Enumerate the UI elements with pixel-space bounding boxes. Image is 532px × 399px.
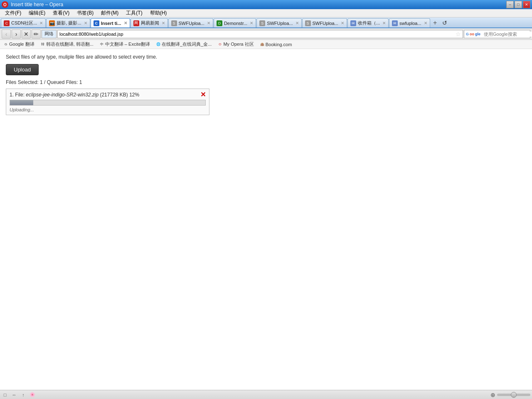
tab-close-swf2[interactable]: ✕ [296, 21, 299, 25]
menu-view[interactable]: 查看(V) [49, 9, 73, 17]
menu-edit[interactable]: 编辑(E) [25, 9, 49, 17]
address-bar: ☆ [57, 30, 463, 38]
tab-swf4[interactable]: ✉ swfuploa... ✕ [389, 18, 430, 27]
tab-label-inbox: 收件箱（... [358, 20, 380, 26]
upload-item-size: (217728 KB) [100, 92, 128, 98]
close-page-button[interactable]: ✕ [22, 30, 31, 39]
tab-label-csdn: CSDN社区... [11, 20, 37, 26]
forward-button[interactable]: › [12, 30, 21, 39]
tab-163[interactable]: 网 网易新闻 ✕ [131, 18, 168, 27]
bookmark-korean[interactable]: 韓 韩语在线翻译, 韩语翻... [39, 41, 95, 47]
progress-bar-fill [10, 100, 33, 105]
tab-label-swf4: swfuploa... [399, 21, 421, 26]
tab-label-swf2: SWFUploa... [267, 21, 293, 26]
tab-label-photo: 摄影, 摄影... [57, 20, 81, 26]
nav-bar: ‹ › ✕ ✏ 网络 ☆ G oo gle 🔍 [0, 28, 532, 40]
menu-bookmarks[interactable]: 书签(B) [74, 9, 97, 17]
tab-icon-swf3: S [305, 20, 311, 26]
upload-button[interactable]: Upload [6, 64, 39, 75]
bookmark-online-translate[interactable]: 🌐 在线翻译_在线词典_金... [154, 41, 213, 47]
tab-close-csdn[interactable]: ✕ [39, 21, 43, 25]
bookmark-icon-online: 🌐 [156, 42, 161, 47]
minimize-button[interactable]: – [506, 1, 514, 8]
menu-help[interactable]: 帮助(H) [147, 9, 170, 17]
back-button[interactable]: ‹ [2, 30, 11, 39]
title-bar-left: O Insert title here – Opera [2, 1, 63, 8]
bookmark-icon-opera: O [217, 42, 222, 47]
tab-swf1[interactable]: S SWFUploa... ✕ [168, 18, 213, 27]
address-label: 网络 [42, 30, 57, 38]
tab-swf2[interactable]: S SWFUploa... ✕ [256, 18, 301, 27]
search-input[interactable] [484, 32, 532, 37]
tab-inbox[interactable]: ✉ 收件箱（... ✕ [347, 18, 389, 27]
bookmark-icon-korean: 韓 [40, 42, 45, 47]
tab-label-insert: Insert ti... [101, 21, 121, 26]
menu-bar: 文件(F) 编辑(E) 查看(V) 书签(B) 邮件(M) 工具(T) 帮助(H… [0, 9, 532, 17]
tab-label-swf1: SWFUploa... [179, 21, 204, 26]
bookmark-chinese[interactable]: 中 中文翻译 – Excite翻译 [98, 41, 152, 47]
bookmark-label-chinese: 中文翻译 – Excite翻译 [105, 41, 150, 47]
bookmark-star-icon[interactable]: ☆ [456, 31, 461, 37]
tab-label-demo: Demonstr... [224, 21, 247, 26]
tab-close-swf3[interactable]: ✕ [341, 21, 344, 25]
menu-mail[interactable]: 邮件(M) [98, 9, 122, 17]
upload-item-filename: eclipse-jee-indigo-SR2-win32.zip [26, 92, 99, 98]
bookmark-label-google: Google 翻译 [9, 41, 34, 47]
uploading-text: Uploading... [10, 107, 206, 112]
window-controls[interactable]: – □ ✕ [506, 1, 530, 8]
tab-demo[interactable]: D Demonstr... ✕ [214, 18, 256, 27]
page-description: Select files of any type, muliple files … [6, 54, 526, 60]
bookmark-google-translate[interactable]: G Google 翻译 [2, 41, 36, 47]
upload-item-title: 1. File: eclipse-jee-indigo-SR2-win32.zi… [10, 92, 139, 98]
bookmark-label-korean: 韩语在线翻译, 韩语翻... [46, 41, 94, 47]
tab-icon-swf1: S [171, 20, 177, 26]
bookmark-opera-community[interactable]: O My Opera 社区 [216, 41, 255, 47]
tab-close-demo[interactable]: ✕ [250, 21, 253, 25]
tab-close-swf4[interactable]: ✕ [424, 21, 427, 25]
bookmark-label-online: 在线翻译_在线词典_金... [162, 41, 212, 47]
title-bar: O Insert title here – Opera – □ ✕ [0, 0, 532, 9]
bookmark-label-booking: Booking.com [266, 42, 292, 47]
menu-tools[interactable]: 工具(T) [123, 9, 145, 17]
menu-file[interactable]: 文件(F) [2, 9, 25, 17]
new-tab-button[interactable]: + [431, 18, 440, 27]
upload-item-header: 1. File: eclipse-jee-indigo-SR2-win32.zi… [10, 91, 206, 98]
google-logo-gle: gle [475, 32, 480, 36]
tab-csdn[interactable]: C CSDN社区... ✕ [1, 18, 46, 27]
upload-item: 1. File: eclipse-jee-indigo-SR2-win32.zi… [6, 89, 209, 115]
address-input[interactable] [59, 32, 456, 37]
reload-tabs-button[interactable]: ↺ [440, 18, 449, 27]
opera-icon: O [2, 1, 8, 8]
tab-photo[interactable]: 📷 摄影, 摄影... ✕ [46, 18, 90, 27]
remove-upload-button[interactable]: ✕ [200, 91, 206, 98]
tab-close-163[interactable]: ✕ [162, 21, 165, 25]
tab-label-163: 网易新闻 [141, 20, 159, 26]
window-title: Insert title here – Opera [11, 2, 63, 7]
tab-close-inbox[interactable]: ✕ [382, 21, 386, 25]
tab-close-swf1[interactable]: ✕ [207, 21, 210, 25]
bookmark-icon-google: G [3, 42, 8, 47]
bookmark-booking[interactable]: 🏨 Booking.com [258, 42, 294, 47]
tab-icon-csdn: C [4, 20, 10, 26]
google-logo-o: oo [470, 32, 474, 36]
tab-icon-swf4: ✉ [392, 20, 398, 26]
tab-icon-demo: D [217, 20, 222, 26]
tab-icon-163: 网 [133, 20, 139, 26]
tab-close-photo[interactable]: ✕ [84, 21, 87, 25]
maximize-button[interactable]: □ [515, 1, 522, 8]
tab-icon-inbox: ✉ [350, 20, 356, 26]
tab-insert[interactable]: C Insert ti... ✕ [91, 18, 130, 27]
google-logo: G [466, 32, 469, 36]
upload-item-number: 1 [10, 92, 12, 98]
progress-bar [10, 100, 206, 106]
tab-icon-photo: 📷 [49, 20, 55, 26]
search-bar: G oo gle 🔍 [464, 30, 530, 38]
tab-close-insert[interactable]: ✕ [124, 21, 127, 25]
bookmarks-bar: G Google 翻译 韓 韩语在线翻译, 韩语翻... 中 中文翻译 – Ex… [0, 40, 532, 49]
tab-swf3[interactable]: S SWFUploa... ✕ [302, 18, 347, 27]
bookmark-icon-chinese: 中 [99, 42, 104, 47]
page-content: Select files of any type, muliple files … [0, 49, 532, 120]
home-button[interactable]: ✏ [32, 30, 41, 39]
close-button[interactable]: ✕ [523, 1, 530, 8]
tab-bar: C CSDN社区... ✕ 📷 摄影, 摄影... ✕ C Insert ti.… [0, 17, 532, 28]
